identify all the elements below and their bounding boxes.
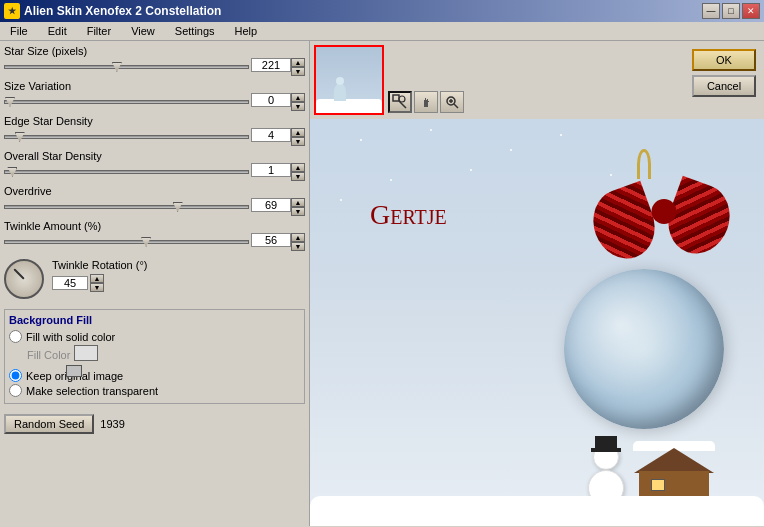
preview-tools	[388, 91, 464, 115]
star-size-input[interactable]	[251, 58, 291, 72]
star-size-down[interactable]: ▼	[291, 67, 305, 76]
overdrive-down[interactable]: ▼	[291, 207, 305, 216]
twinkle-amount-down[interactable]: ▼	[291, 242, 305, 251]
svg-point-2	[399, 96, 405, 102]
twinkle-dial[interactable]	[4, 259, 44, 299]
menu-settings[interactable]: Settings	[169, 24, 221, 38]
size-variation-label: Size Variation	[4, 80, 305, 92]
background-fill-title: Background Fill	[9, 314, 300, 326]
make-transparent-label: Make selection transparent	[26, 385, 158, 397]
ornament-hook	[637, 149, 651, 179]
random-seed-button[interactable]: Random Seed	[4, 414, 94, 434]
overall-star-density-label: Overall Star Density	[4, 150, 305, 162]
window-controls: — □ ✕	[702, 3, 760, 19]
fill-color-swatch-back	[66, 365, 82, 377]
star-size-slider[interactable]	[4, 65, 249, 69]
ornament-ball	[564, 269, 724, 429]
hand-icon	[418, 94, 434, 110]
preview-thumbnail[interactable]	[314, 45, 384, 115]
app-title: Alien Skin Xenofex 2 Constellation	[24, 4, 221, 18]
overdrive-label: Overdrive	[4, 185, 305, 197]
action-buttons: OK Cancel	[692, 49, 756, 97]
edge-star-density-slider[interactable]	[4, 135, 249, 139]
minimize-button[interactable]: —	[702, 3, 720, 19]
christmas-ornament	[544, 149, 744, 429]
keep-original-option: Keep original image	[9, 369, 300, 382]
menu-help[interactable]: Help	[229, 24, 264, 38]
size-variation-down[interactable]: ▼	[291, 102, 305, 111]
make-transparent-option: Make selection transparent	[9, 384, 300, 397]
overall-star-density-slider[interactable]	[4, 170, 249, 174]
hand-tool-button[interactable]	[414, 91, 438, 113]
main-layout: Star Size (pixels) ▲ ▼ Size	[0, 41, 764, 526]
edge-star-density-down[interactable]: ▼	[291, 137, 305, 146]
zoom-fit-button[interactable]	[388, 91, 412, 113]
menu-view[interactable]: View	[125, 24, 161, 38]
ground-snow	[310, 496, 764, 526]
title-bar: ★ Alien Skin Xenofex 2 Constellation — □…	[0, 0, 764, 22]
overall-star-density-control: Overall Star Density ▲ ▼	[4, 150, 305, 181]
make-transparent-radio[interactable]	[9, 384, 22, 397]
menu-filter[interactable]: Filter	[81, 24, 117, 38]
snowflake-dot	[430, 129, 432, 131]
star-size-up[interactable]: ▲	[291, 58, 305, 67]
keep-original-radio[interactable]	[9, 369, 22, 382]
twinkle-amount-up[interactable]: ▲	[291, 233, 305, 242]
twinkle-rotation-up[interactable]: ▲	[90, 274, 104, 283]
twinkle-rotation-label: Twinkle Rotation (°)	[52, 259, 148, 271]
fill-solid-radio[interactable]	[9, 330, 22, 343]
twinkle-rotation-control: Twinkle Rotation (°) ▲ ▼	[4, 259, 305, 299]
background-fill-section: Background Fill Fill with solid color Fi…	[4, 309, 305, 404]
menu-edit[interactable]: Edit	[42, 24, 73, 38]
zoom-in-button[interactable]	[440, 91, 464, 113]
snowflake-dot	[360, 139, 362, 141]
overall-star-density-up[interactable]: ▲	[291, 163, 305, 172]
snowflake-dot	[470, 169, 472, 171]
fill-color-row: Fill Color	[27, 345, 300, 365]
close-button[interactable]: ✕	[742, 3, 760, 19]
seed-value: 1939	[100, 418, 124, 430]
right-panel: OK Cancel Gertje	[310, 41, 764, 526]
cancel-button[interactable]: Cancel	[692, 75, 756, 97]
fill-color-label: Fill Color	[27, 349, 70, 361]
snowflake-dot	[510, 149, 512, 151]
star-size-label: Star Size (pixels)	[4, 45, 305, 57]
fill-color-swatch-front[interactable]	[74, 345, 98, 361]
twinkle-rotation-down[interactable]: ▼	[90, 283, 104, 292]
bow-left	[584, 181, 664, 267]
fill-solid-label: Fill with solid color	[26, 331, 115, 343]
size-variation-input[interactable]	[251, 93, 291, 107]
menu-file[interactable]: File	[4, 24, 34, 38]
snowflake-dot	[340, 199, 342, 201]
fill-solid-option: Fill with solid color	[9, 330, 300, 343]
twinkle-rotation-input[interactable]	[52, 276, 88, 290]
twinkle-amount-slider[interactable]	[4, 240, 249, 244]
twinkle-amount-label: Twinkle Amount (%)	[4, 220, 305, 232]
twinkle-amount-input[interactable]	[251, 233, 291, 247]
edge-star-density-input[interactable]	[251, 128, 291, 142]
cabin-roof	[634, 448, 714, 473]
star-size-spinner[interactable]: ▲ ▼	[251, 58, 305, 76]
edge-star-density-label: Edge Star Density	[4, 115, 305, 127]
overall-star-density-input[interactable]	[251, 163, 291, 177]
edge-star-density-control: Edge Star Density ▲ ▼	[4, 115, 305, 146]
left-panel: Star Size (pixels) ▲ ▼ Size	[0, 41, 310, 526]
maximize-button[interactable]: □	[722, 3, 740, 19]
size-variation-slider[interactable]	[4, 100, 249, 104]
edge-star-density-up[interactable]: ▲	[291, 128, 305, 137]
dial-needle	[13, 268, 24, 279]
ok-button[interactable]: OK	[692, 49, 756, 71]
overall-star-density-down[interactable]: ▼	[291, 172, 305, 181]
overdrive-up[interactable]: ▲	[291, 198, 305, 207]
preview-toolbar: OK Cancel	[310, 41, 764, 119]
xmas-scene: Gertje	[310, 119, 764, 526]
star-size-control: Star Size (pixels) ▲ ▼	[4, 45, 305, 76]
size-variation-up[interactable]: ▲	[291, 93, 305, 102]
overdrive-slider[interactable]	[4, 205, 249, 209]
overdrive-input[interactable]	[251, 198, 291, 212]
overdrive-control: Overdrive ▲ ▼	[4, 185, 305, 216]
random-seed-row: Random Seed 1939	[4, 414, 305, 434]
zoom-in-icon	[444, 94, 460, 110]
zoom-fit-icon	[392, 94, 408, 110]
gertje-text: Gertje	[370, 199, 447, 231]
